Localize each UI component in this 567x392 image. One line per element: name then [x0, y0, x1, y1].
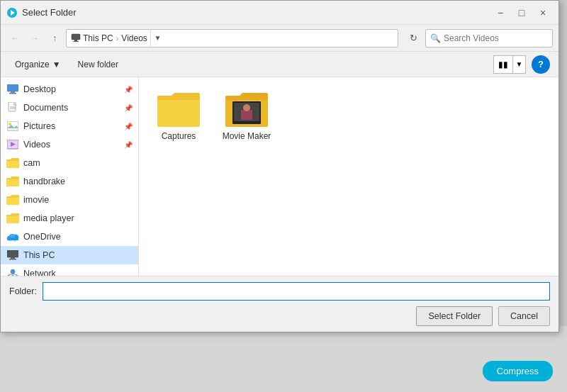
cam-label: cam [23, 158, 40, 168]
address-videos: Videos [121, 33, 147, 43]
folder-captures[interactable]: Captures [150, 89, 207, 144]
app-icon [6, 7, 18, 18]
sidebar-item-videos[interactable]: Videos 📌 [1, 135, 138, 154]
address-this-pc: This PC [71, 33, 113, 43]
svg-point-13 [9, 123, 11, 125]
svg-line-28 [9, 274, 13, 275]
sidebar-item-documents[interactable]: Documents 📌 [1, 99, 138, 117]
folder-icon-handbrake [6, 175, 19, 188]
svg-point-26 [11, 275, 14, 276]
sidebar-item-desktop[interactable]: Desktop 📌 [1, 80, 138, 99]
bottom-bar: Folder: Select Folder Cancel [1, 276, 558, 332]
address-thispc-label: This PC [83, 33, 113, 43]
select-folder-button[interactable]: Select Folder [416, 306, 493, 326]
computer-icon [71, 33, 81, 43]
folder-icon-cam [6, 157, 19, 169]
network-icon [6, 267, 19, 276]
sidebar-item-imovie[interactable]: imovie [1, 191, 138, 209]
folder-icon-mediaplayer [6, 212, 19, 225]
svg-point-27 [16, 275, 18, 276]
sidebar-item-cam[interactable]: cam [1, 154, 138, 172]
title-bar-controls: − □ × [490, 4, 553, 21]
svg-rect-33 [241, 110, 252, 120]
search-icon: 🔍 [430, 33, 441, 43]
forward-button[interactable]: → [26, 30, 43, 47]
videos-icon [6, 138, 19, 151]
folder-moviemaker[interactable]: Movie Maker [218, 89, 275, 144]
svg-point-24 [11, 269, 15, 274]
mediaplayer-label: media player [23, 213, 74, 223]
minimize-button[interactable]: − [490, 4, 510, 21]
maximize-button[interactable]: □ [512, 4, 532, 21]
content-area: Desktop 📌 Documents 📌 [1, 77, 558, 276]
thispc-icon [6, 249, 19, 262]
sidebar: Desktop 📌 Documents 📌 [1, 77, 139, 276]
folder-icon-imovie [6, 194, 19, 206]
onedrive-icon [6, 230, 19, 243]
desktop-icon [6, 83, 19, 96]
dialog-title: Select Folder [22, 7, 490, 18]
svg-point-25 [7, 275, 10, 276]
svg-rect-22 [11, 257, 15, 259]
documents-label: Documents [23, 103, 68, 113]
refresh-button[interactable]: ↻ [404, 29, 422, 47]
view-toggle-button[interactable]: ▮▮ [493, 55, 513, 74]
view-controls: ▮▮ ▼ [493, 55, 526, 74]
svg-rect-23 [9, 259, 16, 260]
svg-rect-7 [9, 93, 16, 94]
documents-icon [6, 101, 19, 114]
handbrake-label: handbrake [23, 177, 65, 186]
sidebar-item-onedrive[interactable]: OneDrive [1, 228, 138, 246]
cancel-button[interactable]: Cancel [498, 306, 550, 326]
pin-icon-vids: 📌 [124, 141, 133, 149]
organize-chevron-icon: ▼ [52, 60, 61, 69]
folder-label: Folder: [9, 286, 37, 296]
captures-folder-icon [157, 91, 200, 128]
svg-rect-4 [73, 41, 79, 42]
address-sep: › [116, 34, 119, 43]
nav-bar: ← → ↑ This PC › Videos ▼ ↻ 🔍 [1, 25, 558, 52]
svg-rect-6 [11, 91, 15, 93]
sidebar-item-handbrake[interactable]: handbrake [1, 172, 138, 191]
address-bar[interactable]: This PC › Videos ▼ [66, 29, 398, 47]
sidebar-item-pictures[interactable]: Pictures 📌 [1, 117, 138, 135]
select-folder-dialog: Select Folder − □ × ← → ↑ This PC › Vide… [0, 0, 559, 332]
new-folder-button[interactable]: New folder [72, 55, 124, 74]
svg-point-34 [243, 104, 250, 111]
close-button[interactable]: × [533, 4, 553, 21]
search-input[interactable] [444, 33, 548, 43]
svg-rect-5 [7, 84, 18, 91]
help-button[interactable]: ? [532, 55, 550, 74]
sidebar-item-mediaplayer[interactable]: media player [1, 209, 138, 228]
onedrive-label: OneDrive [23, 232, 61, 242]
up-button[interactable]: ↑ [46, 30, 63, 47]
moviemaker-name: Movie Maker [223, 131, 271, 141]
compress-button[interactable]: Compress [483, 361, 553, 381]
address-dropdown-button[interactable]: ▼ [150, 29, 164, 47]
folder-row: Folder: [9, 282, 550, 301]
toolbar: Organize ▼ New folder ▮▮ ▼ ? [1, 52, 558, 77]
back-button[interactable]: ← [6, 30, 23, 47]
action-row: Select Folder Cancel [9, 306, 550, 326]
imovie-label: imovie [23, 195, 49, 205]
svg-line-30 [13, 274, 17, 275]
search-box[interactable]: 🔍 [425, 29, 553, 47]
view-dropdown-button[interactable]: ▼ [513, 55, 526, 74]
folder-input[interactable] [43, 282, 550, 301]
organize-label: Organize [15, 60, 50, 69]
svg-rect-3 [74, 40, 77, 41]
thispc-label: This PC [23, 250, 55, 260]
videos-label: Videos [23, 140, 50, 150]
pin-icon-docs: 📌 [124, 104, 133, 112]
pin-icon: 📌 [124, 86, 133, 94]
desktop-label: Desktop [23, 84, 56, 94]
network-label: Network [23, 269, 56, 276]
sidebar-item-network[interactable]: Network [1, 264, 138, 276]
organize-button[interactable]: Organize ▼ [9, 55, 67, 74]
moviemaker-folder-icon [225, 91, 268, 128]
new-folder-label: New folder [78, 60, 118, 69]
title-bar: Select Folder − □ × [1, 1, 558, 25]
svg-rect-21 [7, 250, 18, 257]
sidebar-item-thispc[interactable]: This PC [1, 246, 138, 264]
svg-rect-12 [7, 121, 18, 130]
